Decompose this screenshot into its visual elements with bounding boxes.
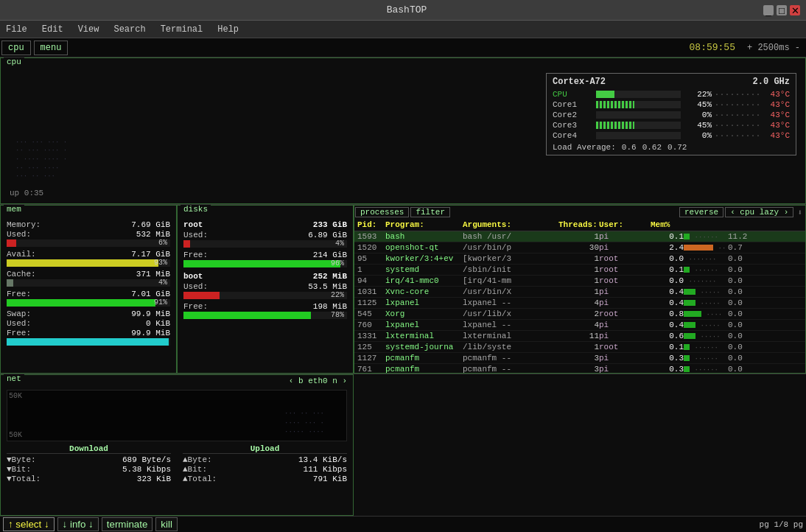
net-download-col: Download ▼Byte: 689 Byte/s ▼Bit: 5.38 Ki… xyxy=(7,444,171,484)
mem-used-val: 532 MiB xyxy=(136,230,170,239)
net-byte-val: 689 Byte/s xyxy=(122,455,171,464)
proc-row[interactable]: 761 pcmanfm pcmanfm -- 3 pi 0.3 ······ 0… xyxy=(354,364,805,374)
cpu-temp-core3: 43°C xyxy=(762,121,790,130)
net-graph-top-label: 50K xyxy=(9,392,22,400)
disk-root-total: 233 GiB xyxy=(313,220,347,229)
proc-mem: 0.4 xyxy=(651,298,684,307)
load-avg-15: 0.72 xyxy=(667,143,687,152)
proc-pid: 1031 xyxy=(357,287,385,296)
proc-bar: ······ xyxy=(684,354,728,363)
proc-pid: 94 xyxy=(357,276,385,285)
proc-extra: 11.2 xyxy=(728,232,754,241)
proc-extra: 0.7 xyxy=(728,243,754,252)
footer-terminate-btn[interactable]: terminate xyxy=(102,517,153,531)
proc-threads: 4 xyxy=(558,298,599,307)
proc-row[interactable]: 1125 lxpanel lxpanel -- 4 pi 0.4 ····· 0… xyxy=(354,298,805,309)
proc-header-bar xyxy=(684,220,728,229)
proc-row[interactable]: 1127 pcmanfm pcmanfm -- 3 pi 0.3 ······ … xyxy=(354,353,805,364)
close-button[interactable]: ✕ xyxy=(790,5,800,15)
proc-threads: 1 xyxy=(558,254,599,263)
menu-edit[interactable]: Edit xyxy=(39,23,66,36)
mem-avail-bar-fill xyxy=(7,259,158,267)
footer-kill-btn[interactable]: kill xyxy=(155,517,178,531)
proc-prog: bash xyxy=(385,232,463,241)
proc-pid: 760 xyxy=(357,321,385,329)
proc-extra: 0.0 xyxy=(728,298,754,307)
proc-row[interactable]: 760 lxpanel lxpanel -- 4 pi 0.4 ····· 0.… xyxy=(354,320,805,331)
proc-tab-filter[interactable]: filter xyxy=(410,207,450,217)
proc-user: pi xyxy=(599,354,651,363)
cpu-pct-cpu: 22% xyxy=(684,90,712,99)
proc-list: 1593 bash bash /usr/ 1 pi 0.1 ······ 11.… xyxy=(354,231,805,374)
proc-row[interactable]: 1 systemd /sbin/init 1 root 0.1 ······ 0… xyxy=(354,265,805,276)
disk-boot-free-bar: 78% xyxy=(183,312,347,319)
cpu-name-core3: Core3 xyxy=(553,121,593,130)
proc-extra: 0.0 xyxy=(728,287,754,296)
mem-free-val: 7.01 GiB xyxy=(131,290,170,298)
disk-root-used-label: Used: xyxy=(183,231,208,239)
footer-info-btn[interactable]: ↓ info ↓ xyxy=(57,517,99,531)
disk-boot-used-label: Used: xyxy=(183,282,208,291)
proc-prog: systemd xyxy=(385,265,463,274)
net-total-label: ▼Total: xyxy=(7,475,41,483)
proc-row[interactable]: 125 systemd-journa /lib/syste 1 root 0.1… xyxy=(354,342,805,353)
net-utotal-row: ▲Total: 791 KiB xyxy=(183,475,347,483)
cpu-bar-core4 xyxy=(596,132,681,139)
middle-section: mem Memory: 7.69 GiB Used: 532 MiB 6% Av… xyxy=(0,205,806,374)
footer-select-btn[interactable]: ↑ select ↓ xyxy=(3,517,55,531)
menu-terminal[interactable]: Terminal xyxy=(158,23,206,36)
maximize-button[interactable]: □ xyxy=(777,5,787,15)
menu-search[interactable]: Search xyxy=(111,23,148,36)
menu-bar: File Edit View Search Terminal Help xyxy=(0,21,806,38)
proc-user: pi xyxy=(599,287,651,296)
cpu-name-core2: Core2 xyxy=(553,111,593,119)
tab-cpu[interactable]: cpu xyxy=(1,41,31,55)
proc-row[interactable]: 1031 Xvnc-core /usr/bin/X 1 pi 0.4 ·····… xyxy=(354,287,805,298)
proc-header-user: User: xyxy=(599,220,651,229)
tab-menu[interactable]: menu xyxy=(34,41,69,55)
net-ubit-label: ▲Bit: xyxy=(183,465,207,474)
proc-user: root xyxy=(599,309,651,318)
minimize-button[interactable]: _ xyxy=(763,5,774,15)
proc-row[interactable]: 1331 lxterminal lxterminal 11 pi 0.6 ···… xyxy=(354,331,805,342)
proc-row[interactable]: 545 Xorg /usr/lib/x 2 root 0.8 ···· 0.0 xyxy=(354,309,805,320)
proc-filter-icon: ⬇ xyxy=(794,208,805,217)
proc-args: pcmanfm -- xyxy=(463,365,558,374)
cpu-info-box: Cortex-A72 2.0 GHz CPU 22% ········· 43°… xyxy=(546,73,796,155)
proc-threads: 1 xyxy=(558,287,599,296)
proc-tab-cpu-lazy[interactable]: ‹ cpu lazy › xyxy=(725,207,793,217)
mem-swap-free-val: 99.9 MiB xyxy=(131,329,170,337)
mem-free-row: Free: 7.01 GiB xyxy=(7,290,170,298)
disk-root-free-bar: 96% xyxy=(183,260,347,267)
mem-avail-row: Avail: 7.17 GiB xyxy=(7,250,170,259)
disk-root-header: root 233 GiB xyxy=(183,220,347,229)
disk-boot-free-label: Free: xyxy=(183,302,208,311)
net-byte-row: ▼Byte: 689 Byte/s xyxy=(7,455,171,464)
proc-row[interactable]: 95 kworker/3:4+ev [kworker/3 1 root 0.0 … xyxy=(354,253,805,265)
cpu-graph-dots: ··· ··· ··· · ·· ··· ···· · · ···· ···· … xyxy=(15,139,67,181)
proc-prog: systemd-journa xyxy=(385,343,463,351)
proc-row[interactable]: 94 irq/41-mmc0 [irq/41-mm 1 root 0.0 ···… xyxy=(354,276,805,287)
menu-help[interactable]: Help xyxy=(214,23,242,36)
menu-view[interactable]: View xyxy=(75,23,102,36)
mem-swap-free-label: Free: xyxy=(7,329,31,337)
proc-row[interactable]: 1520 openshot-qt /usr/bin/p 30 pi 2.4 ··… xyxy=(354,242,805,253)
processes-panel: processes filter reverse ‹ cpu lazy › ⬇ … xyxy=(354,205,806,374)
proc-args: [kworker/3 xyxy=(463,254,558,263)
proc-bar: ···· xyxy=(684,309,728,318)
proc-tab-processes[interactable]: processes xyxy=(355,207,409,217)
menu-file[interactable]: File xyxy=(3,23,30,36)
proc-args: lxpanel -- xyxy=(463,321,558,329)
window-controls[interactable]: _ □ ✕ xyxy=(763,5,800,15)
disk-boot-used-bar: 22% xyxy=(183,292,347,299)
proc-tab-reverse[interactable]: reverse xyxy=(679,207,723,217)
mem-swap-row: Swap: 99.9 MiB xyxy=(7,309,170,318)
proc-args: lxterminal xyxy=(463,332,558,340)
net-upload-col: Upload ▲Byte: 13.4 KiB/s ▲Bit: 111 Kibps… xyxy=(183,444,347,484)
proc-mem: 0.4 xyxy=(651,287,684,296)
proc-prog: lxterminal xyxy=(385,332,463,340)
proc-pid: 1331 xyxy=(357,332,385,340)
disk-boot-free-row: Free: 198 MiB xyxy=(183,302,347,311)
proc-user: root xyxy=(599,254,651,263)
proc-row[interactable]: 1593 bash bash /usr/ 1 pi 0.1 ······ 11.… xyxy=(354,231,805,242)
